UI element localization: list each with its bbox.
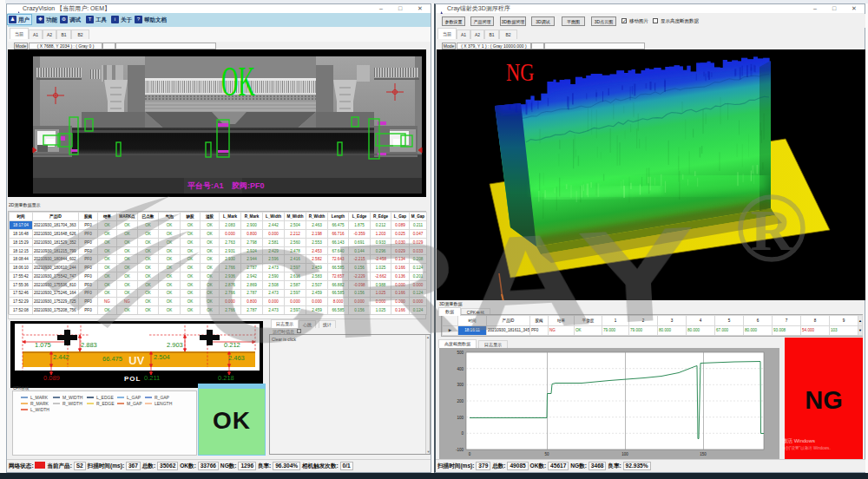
svg-text:M_GAP: M_GAP — [127, 401, 142, 406]
svg-text:LENGTH: LENGTH — [155, 401, 173, 406]
svg-text:100: 100 — [457, 416, 464, 420]
svg-text:R_WIDTH: R_WIDTH — [62, 401, 82, 406]
svg-text:0: 0 — [461, 431, 464, 436]
svg-text:2.504: 2.504 — [154, 353, 170, 361]
svg-text:L_GAP: L_GAP — [127, 395, 141, 400]
svg-text:400: 400 — [457, 367, 464, 371]
svg-text:UV: UV — [128, 354, 144, 367]
svg-text:100: 100 — [621, 452, 628, 456]
svg-text:66.475: 66.475 — [102, 355, 122, 363]
svg-text:300: 300 — [457, 383, 464, 387]
svg-text:200: 200 — [457, 399, 464, 404]
svg-text:POL: POL — [124, 375, 141, 383]
svg-text:M_WIDTH: M_WIDTH — [62, 395, 83, 400]
svg-text:150: 150 — [700, 452, 707, 456]
svg-text:R_GAP: R_GAP — [155, 395, 170, 400]
svg-text:2.442: 2.442 — [53, 353, 69, 361]
svg-text:1.075: 1.075 — [35, 341, 51, 349]
svg-text:R_EDGE: R_EDGE — [96, 401, 115, 406]
svg-text:L_MARK: L_MARK — [30, 395, 49, 400]
svg-text:500: 500 — [457, 351, 464, 355]
svg-text:50: 50 — [544, 452, 549, 456]
svg-text:0.218: 0.218 — [218, 374, 234, 382]
svg-text:2.883: 2.883 — [81, 341, 97, 349]
svg-text:平台号:A1: 平台号:A1 — [187, 181, 224, 190]
svg-text:NG: NG — [506, 57, 534, 87]
svg-text:0.089: 0.089 — [43, 374, 60, 382]
svg-text:0.211: 0.211 — [144, 374, 160, 382]
svg-text:2.903: 2.903 — [167, 341, 183, 349]
svg-text:0.212: 0.212 — [224, 341, 240, 349]
svg-text:R_MARK: R_MARK — [30, 401, 49, 406]
svg-text:L_EDGE: L_EDGE — [96, 395, 114, 400]
svg-text:-100: -100 — [456, 448, 464, 452]
svg-text:2.463: 2.463 — [228, 354, 245, 362]
svg-text:胶阀:PF0: 胶阀:PF0 — [231, 181, 265, 190]
svg-text:L_WIDTH: L_WIDTH — [30, 407, 49, 412]
svg-text:OK: OK — [221, 58, 255, 104]
svg-text:0: 0 — [469, 452, 471, 456]
